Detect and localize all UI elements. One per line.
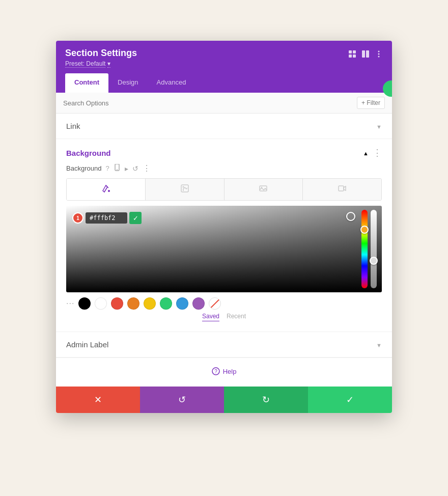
expand-icon[interactable]: [348, 50, 356, 58]
undo-button[interactable]: ↺: [140, 387, 224, 413]
color-type-tabs: [66, 178, 382, 201]
hue-thumb: [360, 226, 369, 234]
header-actions: [348, 50, 383, 58]
swatch-green[interactable]: [160, 297, 172, 310]
background-select-icon[interactable]: ▸: [125, 164, 128, 173]
swatch-yellow[interactable]: [144, 297, 156, 310]
background-help-icon[interactable]: ?: [105, 164, 109, 172]
swatch-blue[interactable]: [176, 297, 188, 310]
tab-advanced[interactable]: Advanced: [148, 73, 195, 93]
save-button[interactable]: ✓: [308, 387, 392, 413]
svg-point-6: [378, 51, 380, 52]
svg-point-15: [261, 187, 262, 188]
swatch-white[interactable]: [95, 297, 107, 310]
swatch-purple[interactable]: [192, 297, 205, 310]
opacity-slider[interactable]: [371, 210, 377, 288]
link-section-header[interactable]: Link: [56, 114, 392, 139]
preset-label[interactable]: Preset: Default ▾: [65, 60, 137, 67]
saved-tab[interactable]: Saved: [202, 313, 219, 321]
modal-body: Link Background ⋮ Background ?: [56, 114, 392, 387]
admin-label-header[interactable]: Admin Label: [56, 332, 392, 357]
background-section: Background ⋮ Background ? ▸: [56, 139, 392, 332]
admin-label-title: Admin Label: [66, 340, 108, 349]
svg-point-13: [182, 186, 184, 188]
swatch-none[interactable]: [209, 297, 221, 310]
opacity-thumb: [370, 257, 378, 265]
svg-point-8: [378, 56, 380, 58]
saved-recent-tabs: Saved Recent: [66, 313, 382, 321]
filter-button[interactable]: + Filter: [357, 97, 385, 109]
hue-slider[interactable]: [361, 210, 368, 288]
tab-design[interactable]: Design: [108, 73, 147, 93]
svg-rect-3: [353, 54, 356, 58]
link-title: Link: [66, 122, 80, 130]
background-label: Background: [66, 164, 101, 172]
background-mobile-icon[interactable]: [114, 164, 121, 173]
svg-rect-16: [339, 186, 344, 191]
recent-tab[interactable]: Recent: [227, 313, 246, 321]
swatch-black[interactable]: [78, 297, 91, 310]
color-tab-image[interactable]: [225, 179, 303, 200]
admin-label-chevron-icon: [376, 341, 382, 349]
color-input-overlay: 1 ✓: [72, 212, 142, 224]
background-header-right: ⋮: [363, 147, 382, 158]
color-tab-gradient[interactable]: [146, 179, 225, 200]
color-confirm-button[interactable]: ✓: [129, 212, 142, 224]
search-bar: + Filter: [56, 93, 392, 114]
cancel-button[interactable]: ✕: [56, 387, 140, 413]
svg-rect-4: [362, 50, 365, 58]
svg-rect-1: [353, 50, 356, 53]
background-more-icon[interactable]: ⋮: [373, 147, 382, 158]
color-picker-area: 1 ✓: [66, 206, 382, 292]
background-title: Background: [66, 149, 111, 157]
help-circle-icon: ?: [212, 367, 220, 375]
sliders-container: [361, 206, 377, 292]
svg-text:?: ?: [214, 369, 217, 374]
modal-header: Section Settings Preset: Default ▾: [56, 41, 392, 73]
columns-icon[interactable]: [361, 50, 370, 58]
color-tab-color[interactable]: [67, 179, 146, 200]
background-label-row: Background ? ▸ ↺ ⋮: [66, 163, 382, 173]
redo-button[interactable]: ↻: [224, 387, 308, 413]
swatch-orange[interactable]: [127, 297, 139, 310]
svg-rect-0: [349, 50, 352, 53]
color-hex-input[interactable]: [86, 212, 127, 224]
svg-rect-10: [116, 170, 118, 170]
help-section: ? Help: [56, 357, 392, 387]
modal-title: Section Settings: [65, 48, 137, 59]
background-section-header: Background ⋮: [66, 139, 382, 163]
svg-rect-5: [366, 50, 369, 58]
color-picker-thumb[interactable]: [346, 212, 355, 221]
color-badge: 1: [72, 212, 83, 224]
svg-point-7: [378, 53, 380, 55]
modal-footer: ✕ ↺ ↻ ✓: [56, 387, 392, 413]
tab-content[interactable]: Content: [65, 73, 108, 93]
admin-label-section: Admin Label: [56, 332, 392, 357]
section-settings-modal: Section Settings Preset: Default ▾: [56, 41, 392, 413]
more-icon[interactable]: [375, 50, 383, 58]
color-tab-video[interactable]: [303, 179, 381, 200]
swatches-row: ···: [66, 297, 382, 310]
background-options-icon[interactable]: ⋮: [143, 163, 151, 173]
swatch-red[interactable]: [111, 297, 123, 310]
tab-bar: Content Design Advanced: [56, 73, 392, 93]
background-chevron-icon[interactable]: [363, 148, 369, 157]
preset-chevron[interactable]: ▾: [107, 60, 110, 68]
background-reset-icon[interactable]: ↺: [132, 164, 138, 173]
search-input[interactable]: [63, 99, 357, 107]
link-chevron-icon: [376, 122, 382, 130]
svg-rect-2: [349, 54, 352, 58]
help-button[interactable]: ? Help: [212, 367, 237, 375]
svg-point-11: [108, 190, 110, 192]
header-title-block: Section Settings Preset: Default ▾: [65, 48, 137, 67]
swatch-more-icon[interactable]: ···: [66, 299, 74, 308]
